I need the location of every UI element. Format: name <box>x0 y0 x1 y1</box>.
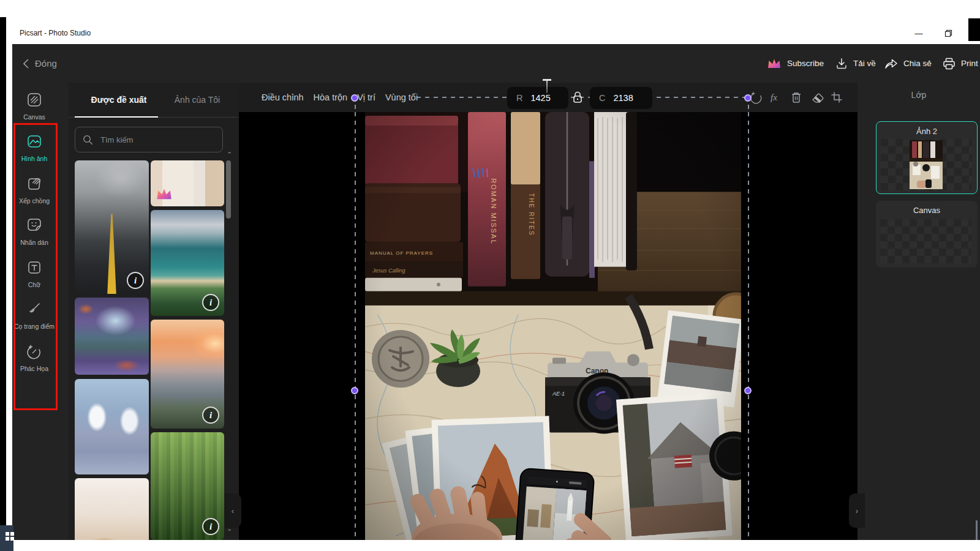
layers-panel: Lớp Ảnh 2 Canvas <box>858 83 980 540</box>
close-button[interactable]: ✕ <box>960 0 979 21</box>
crown-icon <box>767 58 782 70</box>
taskbar-corner[interactable] <box>0 525 13 551</box>
menu-hoa-tron[interactable]: Hòa trộn <box>314 92 348 102</box>
photo-breakfast-in-bed[interactable] <box>75 478 149 540</box>
sidebar-item-co-trang-diem[interactable]: Cọ trang điểm <box>12 301 56 330</box>
app-toolbar: Đóng Subscribe Tải về Chia sẻ Print <box>12 44 980 83</box>
sidebar-item-canvas[interactable]: Canvas <box>12 92 56 121</box>
menu-vi-tri[interactable]: Vị trí <box>357 92 375 102</box>
subscribe-label: Subscribe <box>787 59 824 68</box>
sidebar-item-label: Phác Họa <box>12 365 56 372</box>
photo-foggy-road[interactable]: i <box>75 160 149 294</box>
image-icon <box>26 133 42 149</box>
photo-butterfly-woman[interactable] <box>75 379 149 474</box>
fx-icon[interactable]: fx <box>771 83 777 112</box>
download-label: Tải về <box>853 59 876 68</box>
photo-teal-coast[interactable]: i <box>151 210 224 316</box>
desktop-corner-black <box>968 18 980 41</box>
info-badge-icon[interactable]: i <box>127 272 144 289</box>
selection-handle-top-center[interactable] <box>543 79 551 81</box>
photo-purple-forest[interactable] <box>75 298 149 375</box>
sketch-icon[interactable] <box>750 83 763 112</box>
search-icon <box>83 135 93 145</box>
sketch-icon <box>26 343 42 359</box>
sidebar-item-chu[interactable]: Chữ <box>12 260 56 288</box>
layer-item-anh-2[interactable]: Ảnh 2 <box>876 121 978 194</box>
search-box[interactable] <box>75 127 223 152</box>
sidebar-item-label: Hình ảnh <box>12 155 56 162</box>
trash-icon[interactable] <box>791 83 802 112</box>
collapse-left-panel-button[interactable]: ‹ <box>224 493 241 528</box>
transparency-checker <box>880 219 971 263</box>
selection-handle-top-right[interactable] <box>744 94 752 102</box>
selection-dashed-right <box>748 112 749 540</box>
lock-icon[interactable] <box>572 91 583 107</box>
download-icon <box>835 58 848 70</box>
sidebar-item-xep-chong[interactable]: Xếp chồng <box>12 176 56 204</box>
canvas-menu: Điều chỉnh Hòa trộn Vị trí Vùng tối <box>262 83 418 112</box>
info-badge-icon[interactable]: i <box>202 518 219 535</box>
selection-dashed-left <box>355 112 356 540</box>
scroll-up-icon[interactable]: ⌃ <box>227 151 232 157</box>
print-button[interactable]: Print <box>943 44 978 83</box>
minimize-button[interactable]: — <box>908 23 930 44</box>
chevron-left-icon <box>23 59 29 69</box>
collapse-right-panel-button[interactable]: › <box>849 493 865 528</box>
share-label: Chia sẻ <box>903 59 932 68</box>
photos-panel: Được đề xuất Ảnh của Tôi i i i i ⌃ <box>69 83 239 540</box>
overlay-icon <box>26 176 42 192</box>
photo-sunset-cliffs[interactable]: i <box>151 320 224 429</box>
tools-sidebar: Canvas Hình ảnh Xếp chồng Nhãn dán Chữ C… <box>12 83 69 540</box>
share-button[interactable]: Chia sẻ <box>884 44 932 83</box>
back-close-button[interactable]: Đóng <box>23 44 57 83</box>
sidebar-item-label: Canvas <box>12 113 56 121</box>
row-field[interactable]: R 1425 <box>507 87 568 109</box>
search-input[interactable] <box>99 135 212 145</box>
selection-handle-mid-left[interactable] <box>351 387 358 394</box>
tab-my-photos[interactable]: Ảnh của Tôi <box>165 83 229 117</box>
selection-handle-top-left[interactable] <box>351 94 358 102</box>
back-label: Đóng <box>35 58 57 69</box>
sticker-icon <box>26 217 42 233</box>
titlebar: Picsart - Photo Studio — <box>6 23 980 44</box>
photo-bedroom-portrait[interactable] <box>151 160 224 206</box>
sidebar-item-nhan-dan[interactable]: Nhãn dán <box>12 217 56 246</box>
info-badge-icon[interactable]: i <box>202 407 219 424</box>
desktop-black-strip <box>0 17 6 527</box>
subscribe-button[interactable]: Subscribe <box>767 44 824 83</box>
menu-vung-toi[interactable]: Vùng tối <box>385 92 418 102</box>
column-field[interactable]: C 2138 <box>590 87 652 109</box>
column-field-value[interactable]: 2138 <box>613 93 633 103</box>
canvas-area[interactable]: MANUAL OF PRAYERS Jesus Calling ROMAN MI… <box>239 112 858 540</box>
crop-icon[interactable] <box>831 83 843 112</box>
windows-logo-icon <box>6 532 14 541</box>
download-button[interactable]: Tải về <box>835 44 876 83</box>
edited-photo[interactable]: MANUAL OF PRAYERS Jesus Calling ROMAN MI… <box>365 112 741 540</box>
share-icon <box>884 58 898 70</box>
sidebar-item-label: Nhãn dán <box>12 239 56 246</box>
eraser-icon[interactable] <box>811 83 824 112</box>
info-badge-icon[interactable]: i <box>202 294 219 311</box>
sidebar-item-label: Chữ <box>12 281 56 288</box>
selection-handle-mid-right[interactable] <box>744 387 752 394</box>
canvas-toolbar: Điều chỉnh Hòa trộn Vị trí Vùng tối R 14… <box>239 83 858 112</box>
layer-label: Ảnh 2 <box>876 127 977 136</box>
print-icon <box>943 58 956 70</box>
window-edge-gap <box>6 44 12 525</box>
layers-scrollbar-thumb[interactable] <box>976 520 978 540</box>
row-field-value[interactable]: 1425 <box>530 93 550 103</box>
makeup-brush-icon <box>26 301 42 317</box>
row-field-label: R <box>516 93 522 103</box>
photo-bamboo-forest[interactable]: i <box>151 432 224 540</box>
scrollbar-thumb[interactable] <box>226 160 231 219</box>
sidebar-item-hinh-anh[interactable]: Hình ảnh <box>12 133 56 162</box>
tab-suggested[interactable]: Được đề xuất <box>80 83 158 117</box>
layer-item-canvas[interactable]: Canvas <box>876 201 978 268</box>
menu-dieu-chinh[interactable]: Điều chỉnh <box>262 92 304 102</box>
layers-header: Lớp <box>858 90 980 100</box>
restore-button[interactable] <box>937 23 959 44</box>
layer-label: Canvas <box>876 206 978 215</box>
window-title: Picsart - Photo Studio <box>20 23 91 44</box>
sidebar-item-phac-hoa[interactable]: Phác Họa <box>12 343 56 372</box>
active-tab-indicator <box>75 116 158 118</box>
